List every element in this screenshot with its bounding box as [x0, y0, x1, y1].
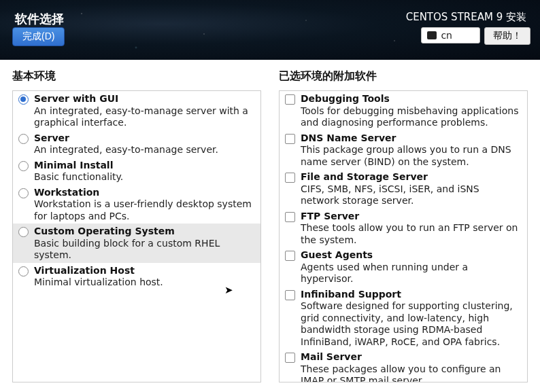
keyboard-layout-selector[interactable]: cn [421, 27, 480, 43]
option-description: Agents used when running under a hypervi… [301, 262, 520, 285]
addon-option[interactable]: DNS Name ServerThis package group allows… [280, 130, 527, 170]
environment-option[interactable]: WorkstationWorkstation is a user-friendl… [13, 185, 260, 224]
radio-button[interactable] [18, 94, 29, 105]
environment-option[interactable]: Minimal InstallBasic functionality. [13, 158, 260, 185]
option-text: ServerAn integrated, easy-to-manage serv… [34, 132, 254, 156]
option-text: File and Storage ServerCIFS, SMB, NFS, i… [301, 171, 520, 207]
checkbox[interactable] [285, 251, 295, 261]
option-text: FTP ServerThese tools allow you to run a… [301, 211, 520, 247]
option-title: Custom Operating System [34, 226, 254, 238]
addon-option[interactable]: FTP ServerThese tools allow you to run a… [280, 209, 527, 248]
option-text: Debugging ToolsTools for debugging misbe… [301, 93, 520, 129]
header-bar: 软件选择 完成(D) CENTOS STREAM 9 安装 cn 帮助！ [0, 0, 540, 60]
radio-button[interactable] [18, 266, 29, 277]
option-text: Minimal InstallBasic functionality. [34, 160, 254, 183]
option-description: These tools allow you to run an FTP serv… [301, 222, 520, 246]
checkbox[interactable] [285, 212, 295, 222]
option-text: Guest AgentsAgents used when running und… [301, 249, 520, 285]
radio-button[interactable] [18, 227, 29, 237]
checkbox[interactable] [285, 290, 295, 300]
option-description: Software designed for supporting cluster… [301, 300, 520, 348]
option-description: This package group allows you to run a D… [301, 144, 520, 168]
option-title: Server with GUI [34, 93, 254, 105]
option-description: An integrated, easy-to-manage server wit… [34, 105, 254, 129]
environment-option[interactable]: Virtualization HostMinimal virtualizatio… [13, 263, 260, 290]
option-description: Basic building block for a custom RHEL s… [34, 238, 254, 262]
option-title: FTP Server [301, 211, 520, 223]
option-description: These packages allow you to configure an… [301, 363, 520, 383]
option-title: Minimal Install [34, 160, 254, 172]
radio-button[interactable] [18, 161, 29, 171]
option-text: Mail ServerThese packages allow you to c… [301, 351, 520, 382]
option-title: Mail Server [301, 351, 520, 363]
installer-title: CENTOS STREAM 9 安装 [406, 11, 526, 24]
radio-button[interactable] [18, 134, 29, 144]
option-description: An integrated, easy-to-manage server. [34, 144, 254, 156]
addon-option[interactable]: File and Storage ServerCIFS, SMB, NFS, i… [280, 169, 527, 209]
language-code: cn [441, 30, 452, 41]
environment-list: Server with GUIAn integrated, easy-to-ma… [12, 90, 261, 382]
addon-option[interactable]: Mail ServerThese packages allow you to c… [280, 349, 527, 382]
addon-option[interactable]: Debugging ToolsTools for debugging misbe… [280, 91, 527, 130]
option-description: CIFS, SMB, NFS, iSCSI, iSER, and iSNS ne… [301, 183, 520, 207]
option-title: Infiniband Support [301, 289, 520, 301]
checkbox[interactable] [285, 173, 295, 183]
help-button[interactable]: 帮助！ [484, 27, 530, 45]
radio-button[interactable] [18, 188, 29, 198]
option-description: Minimal virtualization host. [34, 277, 254, 289]
done-button[interactable]: 完成(D) [12, 27, 65, 46]
option-title: Guest Agents [301, 249, 520, 262]
option-title: File and Storage Server [301, 171, 520, 183]
content-area: 基本环境 Server with GUIAn integrated, easy-… [0, 60, 540, 392]
addon-option[interactable]: Guest AgentsAgents used when running und… [280, 247, 527, 287]
environment-option[interactable]: Custom Operating SystemBasic building bl… [13, 224, 260, 263]
page-title: 软件选择 [15, 11, 64, 27]
option-description: Basic functionality. [34, 171, 254, 183]
addon-list: Debugging ToolsTools for debugging misbe… [279, 90, 528, 382]
option-description: Tools for debugging misbehaving applicat… [301, 105, 520, 129]
option-title: Workstation [34, 187, 254, 199]
checkbox[interactable] [285, 134, 295, 144]
environment-option[interactable]: ServerAn integrated, easy-to-manage serv… [13, 130, 260, 158]
base-environment-title: 基本环境 [12, 69, 261, 84]
base-environment-column: 基本环境 Server with GUIAn integrated, easy-… [12, 69, 261, 382]
option-title: Server [34, 132, 254, 145]
option-title: Virtualization Host [34, 265, 254, 277]
environment-option[interactable]: Server with GUIAn integrated, easy-to-ma… [13, 91, 260, 130]
option-text: DNS Name ServerThis package group allows… [301, 132, 520, 168]
option-title: DNS Name Server [301, 132, 520, 145]
option-text: WorkstationWorkstation is a user-friendl… [34, 187, 254, 223]
option-text: Custom Operating SystemBasic building bl… [34, 226, 254, 262]
option-text: Virtualization HostMinimal virtualizatio… [34, 265, 254, 289]
option-text: Server with GUIAn integrated, easy-to-ma… [34, 93, 254, 129]
addons-title: 已选环境的附加软件 [279, 69, 528, 84]
checkbox[interactable] [285, 353, 295, 363]
checkbox[interactable] [285, 94, 295, 105]
addons-column: 已选环境的附加软件 Debugging ToolsTools for debug… [279, 69, 528, 382]
option-text: Infiniband SupportSoftware designed for … [301, 289, 520, 349]
keyboard-icon [427, 31, 437, 39]
addon-option[interactable]: Infiniband SupportSoftware designed for … [280, 287, 527, 350]
option-description: Workstation is a user-friendly desktop s… [34, 198, 254, 222]
option-title: Debugging Tools [301, 93, 520, 105]
